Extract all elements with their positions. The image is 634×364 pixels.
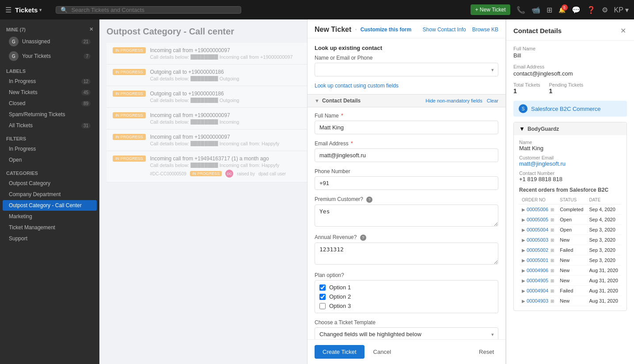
order-action-icon[interactable]: ⊞ bbox=[550, 299, 554, 303]
order-number[interactable]: 00005003 bbox=[527, 237, 548, 243]
bodyguardz-header[interactable]: ▼ BodyGuardz bbox=[514, 122, 626, 135]
sidebar-item-agent1[interactable]: G Unassigned 21 bbox=[3, 34, 97, 49]
sidebar-collapse-icon[interactable]: ✕ bbox=[89, 27, 93, 32]
bodyguardz-body: Name Matt King Customer Email matt@jingl… bbox=[514, 135, 626, 311]
sidebar-item-label: Spam/Returning Tickets bbox=[9, 111, 65, 118]
order-action-icon[interactable]: ⊞ bbox=[550, 207, 554, 212]
premium-help-icon[interactable]: ? bbox=[366, 197, 372, 203]
sidebar-item-newtickets[interactable]: New Tickets 45 bbox=[3, 87, 97, 98]
table-row: ▶ 00005003 ⊞ New Sep 3, 2020 bbox=[519, 235, 621, 245]
contact-email-label: Email Address bbox=[513, 64, 627, 69]
order-action-icon[interactable]: ⊞ bbox=[550, 288, 554, 293]
chat-icon[interactable]: 💬 bbox=[572, 6, 581, 14]
menu-icon[interactable]: ☰ bbox=[5, 6, 11, 14]
sidebar-item-label: Outpost Category - Call Center bbox=[9, 202, 82, 209]
content-area: Outpost Category - Call center IN PROGRE… bbox=[99, 19, 634, 364]
notification-badge: 5 bbox=[562, 4, 568, 11]
sidebar-section-filters-header: FILTERS bbox=[0, 133, 99, 143]
search-input[interactable] bbox=[71, 7, 236, 13]
expand-icon[interactable]: ▶ bbox=[522, 217, 525, 222]
hide-non-mandatory-link[interactable]: Hide non-mandatory fields bbox=[425, 98, 482, 103]
order-number[interactable]: 00004906 bbox=[527, 268, 548, 273]
order-number[interactable]: 00005005 bbox=[527, 217, 548, 222]
top-navigation: ☰ Tickets ▾ 🔍 + New Ticket 📞 📹 ⊞ 🔔 5 💬 ❓… bbox=[0, 0, 634, 19]
sidebar-item-filter1[interactable]: In Progress bbox=[3, 144, 97, 154]
order-number[interactable]: 00004904 bbox=[527, 288, 548, 293]
sidebar-item-label: Your Tickets bbox=[22, 53, 51, 59]
profile-icon[interactable]: KP ▾ bbox=[614, 6, 629, 14]
order-action-icon[interactable]: ⊞ bbox=[550, 258, 554, 263]
sidebar-item-cat5[interactable]: Ticket Management bbox=[3, 222, 97, 233]
name-email-phone-select[interactable] bbox=[315, 63, 498, 76]
sidebar-item-alltickets[interactable]: All Tickets 31 bbox=[3, 120, 97, 131]
expand-icon[interactable]: ▶ bbox=[522, 288, 525, 293]
collapse-icon[interactable]: ▼ bbox=[315, 98, 319, 103]
order-number[interactable]: 00005004 bbox=[527, 227, 548, 232]
premium-textarea[interactable]: Yes bbox=[315, 205, 498, 227]
expand-icon[interactable]: ▶ bbox=[522, 268, 525, 273]
notifications-icon[interactable]: 🔔 5 bbox=[558, 7, 566, 13]
cancel-button[interactable]: Cancel bbox=[369, 345, 395, 359]
full-name-input[interactable] bbox=[315, 121, 498, 134]
order-action-icon[interactable]: ⊞ bbox=[550, 248, 554, 253]
layout-icon[interactable]: ⊞ bbox=[547, 6, 552, 14]
order-action-icon[interactable]: ⊞ bbox=[550, 238, 554, 243]
order-status: Open bbox=[557, 225, 586, 235]
sidebar-item-filter2[interactable]: Open bbox=[3, 155, 97, 165]
expand-icon[interactable]: ▶ bbox=[522, 299, 525, 303]
expand-icon[interactable]: ▶ bbox=[522, 207, 525, 212]
order-number[interactable]: 00005006 bbox=[527, 207, 548, 212]
order-action-icon[interactable]: ⊞ bbox=[550, 278, 554, 283]
lookup-custom-fields-link[interactable]: Look up contact using custom fields bbox=[315, 83, 498, 89]
customize-form-link[interactable]: Customize this form bbox=[361, 27, 411, 33]
sidebar-item-cat2[interactable]: Company Department bbox=[3, 189, 97, 200]
expand-icon[interactable]: ▶ bbox=[522, 228, 525, 232]
ticket-template-select[interactable]: Changed fields will be highlighted below bbox=[315, 327, 498, 339]
settings-icon[interactable]: ⚙ bbox=[602, 6, 608, 14]
create-ticket-button[interactable]: Create Ticket bbox=[315, 345, 364, 359]
plan-option-1-checkbox[interactable] bbox=[319, 284, 326, 291]
phone-input[interactable] bbox=[315, 176, 498, 190]
app-title[interactable]: Tickets ▾ bbox=[15, 6, 42, 14]
expand-icon[interactable]: ▶ bbox=[522, 258, 525, 263]
show-contact-info-link[interactable]: Show Contact Info bbox=[423, 27, 466, 33]
order-number[interactable]: 00004903 bbox=[527, 298, 548, 303]
premium-label: Premium Customer? ? bbox=[315, 196, 498, 203]
expand-icon[interactable]: ▶ bbox=[522, 248, 525, 253]
expand-icon[interactable]: ▶ bbox=[522, 278, 525, 283]
sidebar-item-agent2[interactable]: G Your Tickets 7 bbox=[3, 49, 97, 63]
sidebar-item-cat1[interactable]: Outpost Category bbox=[3, 178, 97, 189]
email-input[interactable] bbox=[315, 148, 498, 162]
browse-kb-link[interactable]: Browse KB bbox=[472, 27, 498, 33]
plan-option-3-checkbox[interactable] bbox=[319, 303, 326, 309]
order-action-icon[interactable]: ⊞ bbox=[550, 228, 554, 232]
sidebar-item-inprogress[interactable]: In Progress 12 bbox=[3, 76, 97, 87]
close-button[interactable]: ✕ bbox=[619, 26, 627, 36]
sidebar-item-label: All Tickets bbox=[9, 122, 33, 129]
order-action-icon[interactable]: ⊞ bbox=[550, 268, 554, 273]
plan-option-2-checkbox[interactable] bbox=[319, 294, 326, 300]
search-bar: 🔍 bbox=[56, 6, 241, 14]
bg-email-value[interactable]: matt@jinglesoft.ru bbox=[519, 160, 621, 167]
order-number[interactable]: 00005002 bbox=[527, 247, 548, 253]
new-ticket-button[interactable]: + New Ticket bbox=[471, 4, 510, 15]
order-number[interactable]: 00004905 bbox=[527, 278, 548, 283]
sidebar-item-spam[interactable]: Spam/Returning Tickets bbox=[3, 109, 97, 120]
sidebar-item-cat3[interactable]: Outpost Category - Call Center bbox=[3, 200, 97, 211]
help-icon[interactable]: ❓ bbox=[587, 6, 596, 14]
sidebar-item-cat4[interactable]: Marketing bbox=[3, 211, 97, 222]
order-number[interactable]: 00005001 bbox=[527, 258, 548, 263]
clear-link[interactable]: Clear bbox=[487, 98, 498, 103]
expand-icon[interactable]: ▶ bbox=[522, 238, 525, 243]
sidebar-item-closed[interactable]: Closed 89 bbox=[3, 98, 97, 109]
plan-option-2-label: Option 2 bbox=[329, 293, 351, 300]
annual-revenue-textarea[interactable]: 1231312 bbox=[315, 243, 498, 265]
reset-button[interactable]: Reset bbox=[475, 345, 498, 359]
plan-option-label: Plan option? bbox=[315, 272, 498, 278]
annual-revenue-help-icon[interactable]: ? bbox=[360, 235, 366, 241]
order-action-icon[interactable]: ⊞ bbox=[550, 217, 554, 222]
phone-icon[interactable]: 📞 bbox=[516, 6, 525, 14]
video-icon[interactable]: 📹 bbox=[531, 6, 540, 14]
nav-left: ☰ Tickets ▾ bbox=[5, 6, 42, 14]
sidebar-item-cat6[interactable]: Support bbox=[3, 233, 97, 244]
